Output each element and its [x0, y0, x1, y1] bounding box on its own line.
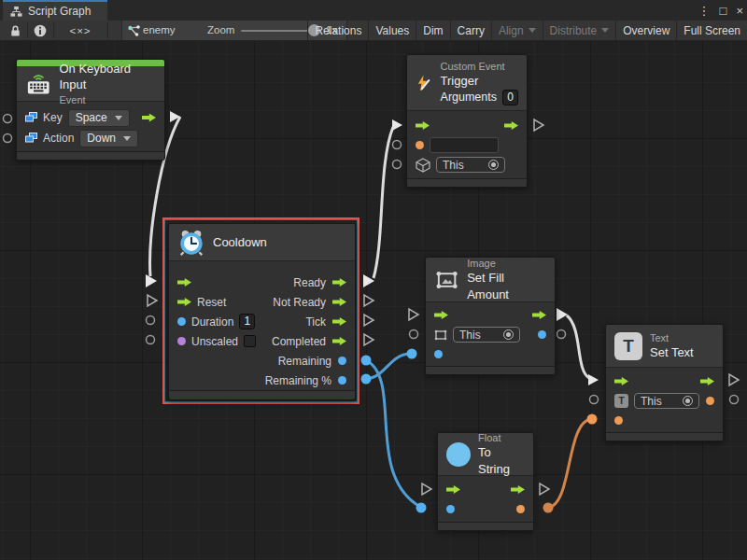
key-dropdown[interactable]: Space [68, 109, 130, 127]
dim-button[interactable]: Dim [416, 21, 449, 40]
port-value-out-dot[interactable] [706, 397, 714, 405]
node-footer [17, 151, 164, 160]
port-exit-arrow[interactable] [532, 311, 546, 319]
maximize-icon[interactable]: □ [720, 4, 727, 18]
text-icon-small: T [614, 394, 628, 408]
node-title: On Keyboard Input [59, 61, 156, 93]
node-on-keyboard-input[interactable]: On Keyboard Input Event Key Space [16, 59, 165, 161]
graph-node-icon [126, 21, 141, 40]
remaining-label: Remaining [278, 355, 331, 368]
graph-tab-icon [10, 6, 22, 18]
port-completed-arrow[interactable] [332, 337, 346, 345]
lock-icon [9, 24, 21, 37]
node-footer [407, 178, 527, 187]
port-exit-arrow[interactable] [700, 377, 714, 385]
node-category: Image [467, 257, 546, 270]
port-duration-dot[interactable] [177, 317, 186, 326]
node-footer [606, 432, 723, 441]
port-exit-arrow[interactable] [504, 121, 518, 130]
chevron-down-icon [123, 136, 131, 141]
script-graph-window: Script Graph ⋮ □ × <×> [0, 0, 747, 560]
arguments-value[interactable]: 0 [502, 90, 518, 105]
completed-label: Completed [272, 335, 326, 348]
port-enter-arrow[interactable] [434, 311, 448, 319]
alarm-clock-icon [177, 229, 205, 257]
menu-icon[interactable]: ⋮ [698, 4, 711, 18]
tab-script-graph[interactable]: Script Graph [3, 0, 107, 21]
toolbar-buttons: Relations Values Dim Carry Align Distrib… [307, 21, 747, 40]
target-dropdown[interactable]: This [453, 327, 520, 343]
port-input-dot[interactable] [446, 505, 455, 513]
chevron-down-icon [601, 28, 609, 33]
object-picker-icon[interactable] [488, 160, 499, 170]
node-to-string[interactable]: Float To String [437, 432, 534, 531]
port-enter-arrow[interactable] [614, 377, 628, 385]
zoom-label: Zoom [207, 24, 234, 35]
duration-label: Duration [191, 315, 233, 329]
arguments-label: Arguments [441, 90, 497, 105]
port-notready-arrow[interactable] [332, 298, 346, 306]
port-enter-arrow[interactable] [177, 278, 191, 287]
input-field-icon [25, 133, 37, 144]
window-controls: ⋮ □ × [698, 0, 743, 21]
fullscreen-button[interactable]: Full Screen [676, 21, 747, 40]
port-text-in-dot[interactable] [614, 416, 623, 425]
object-picker-icon[interactable] [683, 396, 693, 406]
port-fill-amount-dot[interactable] [434, 350, 443, 358]
carry-button[interactable]: Carry [450, 21, 491, 40]
overview-button[interactable]: Overview [615, 21, 676, 40]
port-enter-arrow[interactable] [446, 485, 460, 494]
align-button: Align [491, 21, 543, 40]
node-trigger-custom-event[interactable]: Custom Event Trigger Arguments 0 [406, 54, 528, 188]
reset-label: Reset [197, 296, 226, 309]
graph-toolbar: <×> enemy Zoom 1x Relations Values Dim C… [0, 21, 747, 41]
gameobject-cube-icon [416, 158, 430, 173]
toolbar-separator [107, 22, 108, 38]
object-picker-icon[interactable] [503, 329, 514, 340]
action-label: Action [43, 132, 74, 145]
target-dropdown[interactable]: This [634, 393, 699, 409]
node-set-fill-amount[interactable]: Image Set Fill Amount This [425, 257, 556, 375]
node-subtitle: Event [59, 93, 156, 106]
unscaled-label: Unscaled [191, 335, 238, 348]
ready-label: Ready [293, 276, 326, 289]
port-output-dot[interactable] [516, 505, 525, 513]
close-icon[interactable]: × [736, 4, 743, 18]
port-remainingpct-dot[interactable] [338, 376, 346, 385]
unscaled-checkbox[interactable] [244, 335, 256, 347]
code-view-button[interactable]: <×> [54, 21, 106, 40]
code-icon: <×> [69, 25, 91, 36]
port-reset-arrow[interactable] [177, 298, 191, 306]
node-category: Float [478, 431, 525, 444]
info-icon [34, 24, 47, 37]
distribute-button: Distribute [543, 21, 616, 40]
duration-value[interactable]: 1 [239, 314, 255, 329]
port-name-dot[interactable] [416, 141, 424, 149]
port-ready-arrow[interactable] [332, 278, 346, 287]
event-name-field[interactable] [430, 137, 499, 153]
port-trigger-arrow[interactable] [142, 114, 156, 122]
port-unscaled-dot[interactable] [177, 337, 186, 345]
action-dropdown[interactable]: Down [79, 130, 138, 147]
node-footer [438, 522, 533, 530]
graph-name-label: enemy [143, 24, 176, 35]
values-button[interactable]: Values [368, 21, 416, 40]
node-set-text[interactable]: T Text Set Text T This [605, 324, 724, 441]
chevron-down-icon [529, 28, 536, 33]
port-tick-arrow[interactable] [332, 317, 346, 326]
port-exit-arrow[interactable] [511, 485, 525, 494]
port-value-out-dot[interactable] [538, 330, 546, 339]
tick-label: Tick [305, 315, 326, 329]
keyboard-icon [25, 72, 51, 96]
target-dropdown[interactable]: This [436, 157, 505, 173]
port-enter-arrow[interactable] [416, 121, 430, 130]
lock-button[interactable] [6, 21, 24, 40]
node-title: Set Fill Amount [467, 270, 546, 302]
node-cooldown[interactable]: Cooldown Ready Reset Not Ready Dur [168, 223, 356, 400]
info-button[interactable] [28, 21, 52, 40]
port-remaining-dot[interactable] [338, 357, 346, 365]
node-footer [426, 366, 555, 374]
node-title: To String [478, 444, 525, 477]
relations-button[interactable]: Relations [307, 21, 368, 40]
custom-event-icon [416, 71, 433, 95]
